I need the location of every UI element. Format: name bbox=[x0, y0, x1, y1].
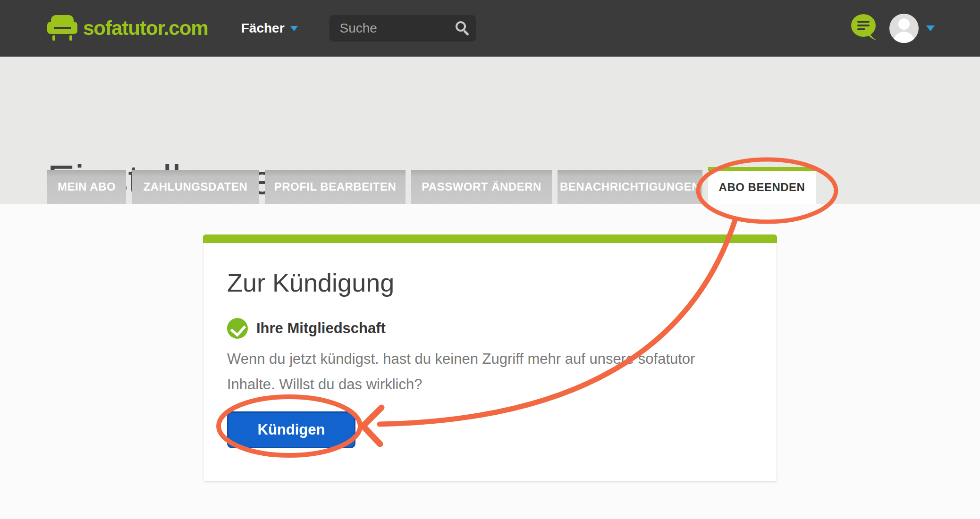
magnifier-icon[interactable] bbox=[456, 21, 466, 32]
avatar-icon[interactable] bbox=[889, 14, 919, 43]
chat-bubble-icon[interactable] bbox=[851, 14, 880, 43]
tab-abo-beenden[interactable]: ABO BEENDEN bbox=[708, 167, 816, 204]
checkmark-icon bbox=[227, 318, 248, 339]
navbar-right bbox=[851, 14, 935, 43]
sofa-icon bbox=[47, 15, 77, 42]
nav-item-faecher[interactable]: Fächer bbox=[241, 21, 298, 36]
nav-item-label: Fächer bbox=[241, 21, 285, 36]
membership-row: Ihre Mitgliedschaft bbox=[227, 318, 750, 339]
tab-passwort-ndern[interactable]: PASSWORT ÄNDERN bbox=[411, 170, 552, 204]
settings-card: Zur Kündigung Ihre Mitgliedschaft Wenn d… bbox=[203, 234, 777, 482]
search-box bbox=[329, 15, 476, 42]
content-area: Zur Kündigung Ihre Mitgliedschaft Wenn d… bbox=[0, 234, 980, 519]
cancel-button[interactable]: Kündigen bbox=[227, 411, 355, 448]
tab-mein-abo[interactable]: MEIN ABO bbox=[47, 170, 126, 204]
tab-profil-bearbeiten[interactable]: PROFIL BEARBEITEN bbox=[265, 170, 406, 204]
tab-strip: MEIN ABOZAHLUNGSDATENPROFIL BEARBEITENPA… bbox=[47, 167, 816, 204]
header-band: Einstellungen MEIN ABOZAHLUNGSDATENPROFI… bbox=[0, 57, 980, 204]
membership-text-line1: Wenn du jetzt kündigst. hast du keinen Z… bbox=[227, 346, 750, 372]
card-accent-bar bbox=[203, 234, 777, 243]
brand-logotype: sofatutor.com bbox=[83, 17, 208, 40]
navbar: sofatutor.com Fächer bbox=[0, 0, 980, 57]
membership-text-line2: Inhalte. Willst du das wirklich? bbox=[227, 372, 750, 397]
card-title: Zur Kündigung bbox=[227, 235, 750, 297]
tab-zahlungsdaten[interactable]: ZAHLUNGSDATEN bbox=[132, 170, 259, 204]
chevron-down-icon[interactable] bbox=[926, 25, 935, 31]
search-input[interactable] bbox=[329, 15, 476, 42]
tab-benachrichtigungen[interactable]: BENACHRICHTIGUNGEN bbox=[558, 170, 702, 204]
avatar-head bbox=[898, 18, 910, 30]
membership-text: Wenn du jetzt kündigst. hast du keinen Z… bbox=[227, 346, 750, 397]
brand-logo[interactable]: sofatutor.com bbox=[47, 15, 208, 42]
avatar-body bbox=[894, 32, 914, 43]
chevron-down-icon bbox=[290, 26, 298, 31]
membership-heading: Ihre Mitgliedschaft bbox=[256, 320, 386, 337]
